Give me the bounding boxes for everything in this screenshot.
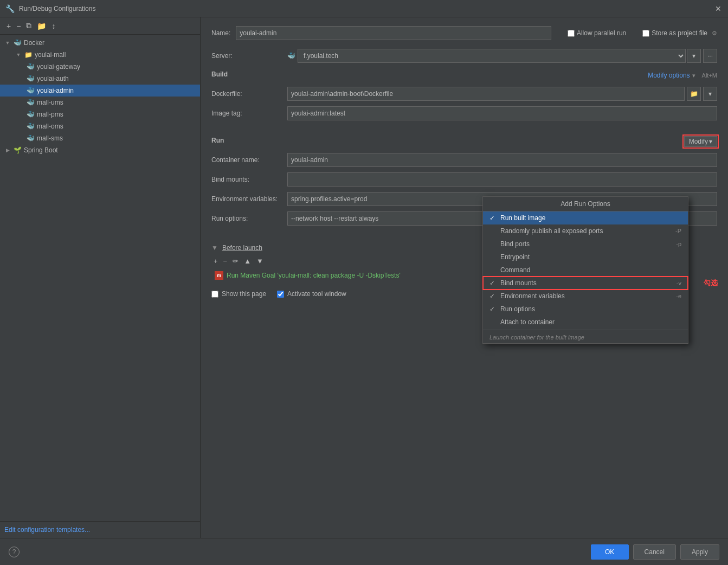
- label-run-built-image: Run built image: [500, 214, 678, 222]
- spring-icon: 🌱: [13, 146, 22, 155]
- image-tag-row: Image tag:: [211, 106, 717, 120]
- store-project-label: Store as project file: [652, 29, 707, 37]
- copy-config-btn[interactable]: ⧉: [24, 20, 34, 31]
- dockerfile-folder-btn[interactable]: 📁: [687, 87, 701, 101]
- server-dropdown-btn[interactable]: ▾: [687, 49, 701, 63]
- add-run-options-dropdown: Add Run Options ✓ Run built image Random…: [482, 196, 688, 344]
- before-launch-down-btn[interactable]: ▼: [254, 256, 266, 266]
- check-run-options: ✓: [489, 305, 497, 313]
- tree-item-youlai-admin[interactable]: 🐳 youlai-admin: [0, 85, 200, 97]
- edit-templates-link[interactable]: Edit configuration templates...: [4, 526, 90, 534]
- add-config-btn[interactable]: +: [4, 21, 13, 31]
- folder-config-btn[interactable]: 📁: [35, 21, 48, 31]
- config-tree: ▼ 🐳 Docker ▼ 📁 youlai-mall 🐳 youlai-gate…: [0, 35, 200, 521]
- label-randomly-publish: Randomly publish all exposed ports: [500, 227, 672, 235]
- tree-arrow-youlai-mall: ▼: [15, 52, 22, 58]
- dropdown-item-run-built-image[interactable]: ✓ Run built image: [483, 211, 688, 224]
- show-page-checkbox[interactable]: [211, 291, 218, 298]
- docker-icon-youlai-auth: 🐳: [26, 74, 35, 83]
- store-project-checkbox[interactable]: [642, 30, 649, 37]
- dockerfile-row: Dockerfile: 📁 ▾: [211, 87, 717, 101]
- tree-item-youlai-gateway[interactable]: 🐳 youlai-gateway: [0, 61, 200, 73]
- tree-label-youlai-admin: youlai-admin: [37, 87, 74, 94]
- cancel-btn[interactable]: Cancel: [633, 544, 676, 560]
- before-launch-expand-icon[interactable]: ▼: [211, 244, 218, 252]
- tree-label-docker: Docker: [24, 39, 44, 47]
- tree-label-mall-ums: mall-ums: [37, 99, 63, 106]
- label-bind-ports: Bind ports: [500, 240, 673, 248]
- tree-item-docker[interactable]: ▼ 🐳 Docker: [0, 37, 200, 49]
- bind-mounts-input[interactable]: [287, 172, 717, 187]
- server-options-btn[interactable]: ···: [703, 49, 717, 63]
- modify-run-btn[interactable]: Modify ▾: [684, 136, 717, 147]
- label-entrypoint: Entrypoint: [500, 253, 678, 261]
- label-env-variables: Environment variables: [500, 292, 673, 300]
- help-btn[interactable]: ?: [9, 547, 20, 557]
- apply-btn[interactable]: Apply: [680, 544, 719, 560]
- name-row: Name: Allow parallel run Store as projec…: [211, 26, 717, 40]
- server-docker-icon: 🐳: [287, 52, 295, 60]
- modify-run-label: Modify: [689, 138, 708, 145]
- modify-options-link[interactable]: Modify options: [648, 72, 690, 79]
- bind-mounts-label: Bind mounts:: [211, 176, 287, 183]
- dropdown-item-bind-ports[interactable]: Bind ports -p: [483, 237, 688, 251]
- shortcut-bind-ports: -p: [676, 241, 681, 247]
- before-launch-edit-btn[interactable]: ✏: [230, 256, 241, 266]
- before-launch-add-btn[interactable]: +: [211, 256, 220, 266]
- tree-label-mall-sms: mall-sms: [37, 134, 63, 142]
- server-select[interactable]: f.youlai.tech: [298, 49, 686, 63]
- before-launch-up-btn[interactable]: ▲: [242, 256, 253, 266]
- tree-item-youlai-auth[interactable]: 🐳 youlai-auth: [0, 73, 200, 85]
- tree-item-youlai-mall[interactable]: ▼ 📁 youlai-mall: [0, 49, 200, 61]
- before-launch-remove-btn[interactable]: −: [221, 256, 230, 266]
- close-btn[interactable]: ✕: [714, 4, 723, 13]
- dropdown-footer: Launch container for the built image: [483, 331, 688, 343]
- tree-item-mall-pms[interactable]: 🐳 mall-pms: [0, 108, 200, 120]
- right-panel: Name: Allow parallel run Store as projec…: [201, 17, 728, 538]
- tree-item-mall-oms[interactable]: 🐳 mall-oms: [0, 120, 200, 132]
- dialog-footer: ? OK Cancel Apply: [0, 538, 728, 565]
- dropdown-item-command[interactable]: Command: [483, 264, 688, 277]
- image-tag-input[interactable]: [287, 106, 717, 120]
- label-bind-mounts: Bind mounts: [500, 279, 673, 287]
- build-section: Build Modify options ▾ Alt+M Dockerfile:…: [211, 68, 717, 126]
- sort-config-btn[interactable]: ↕: [49, 21, 57, 31]
- bind-mounts-annotation: 勾选: [704, 278, 718, 288]
- dockerfile-label: Dockerfile:: [211, 90, 287, 98]
- window-title: Run/Debug Configurations: [19, 5, 95, 12]
- remove-config-btn[interactable]: −: [14, 21, 23, 31]
- allow-parallel-label: Allow parallel run: [577, 29, 626, 37]
- server-row: Server: 🐳 f.youlai.tech ▾ ···: [211, 49, 717, 63]
- before-launch-item-label: Run Maven Goal 'youlai-mall: clean packa…: [227, 272, 401, 279]
- tree-label-youlai-gateway: youlai-gateway: [37, 63, 80, 70]
- docker-icon-youlai-admin: 🐳: [26, 86, 35, 95]
- maven-icon: m: [215, 271, 223, 280]
- tree-label-mall-pms: mall-pms: [37, 111, 63, 118]
- modify-options-dropdown-icon: ▾: [692, 72, 695, 79]
- name-input[interactable]: [236, 26, 551, 40]
- container-name-input[interactable]: [287, 153, 717, 167]
- tree-item-mall-sms[interactable]: 🐳 mall-sms: [0, 132, 200, 144]
- tree-label-youlai-auth: youlai-auth: [37, 75, 69, 82]
- activate-window-checkbox[interactable]: [277, 291, 284, 298]
- bind-mounts-row: Bind mounts:: [211, 172, 717, 187]
- dropdown-item-env-variables[interactable]: ✓ Environment variables -e: [483, 290, 688, 303]
- dropdown-item-attach-container[interactable]: Attach to container: [483, 316, 688, 329]
- server-label: Server:: [211, 52, 287, 60]
- dockerfile-input[interactable]: [287, 87, 685, 101]
- docker-icon-youlai-gateway: 🐳: [26, 62, 35, 71]
- dropdown-item-entrypoint[interactable]: Entrypoint: [483, 251, 688, 264]
- tree-item-spring-boot[interactable]: ▶ 🌱 Spring Boot: [0, 144, 200, 156]
- dropdown-item-randomly-publish[interactable]: Randomly publish all exposed ports -P: [483, 224, 688, 237]
- modify-run-arrow: ▾: [709, 138, 712, 145]
- dockerfile-dropdown-btn[interactable]: ▾: [703, 87, 717, 101]
- dropdown-item-run-options[interactable]: ✓ Run options: [483, 303, 688, 316]
- build-header-label: Build: [211, 70, 228, 78]
- window-controls: ✕: [714, 4, 723, 13]
- tree-item-mall-ums[interactable]: 🐳 mall-ums: [0, 97, 200, 108]
- dropdown-item-bind-mounts[interactable]: ✓ Bind mounts -v 勾选: [483, 277, 688, 290]
- before-launch-label: Before launch: [222, 244, 262, 252]
- allow-parallel-checkbox[interactable]: [568, 30, 575, 37]
- ok-btn[interactable]: OK: [591, 544, 629, 560]
- tree-arrow-spring-boot: ▶: [4, 147, 11, 153]
